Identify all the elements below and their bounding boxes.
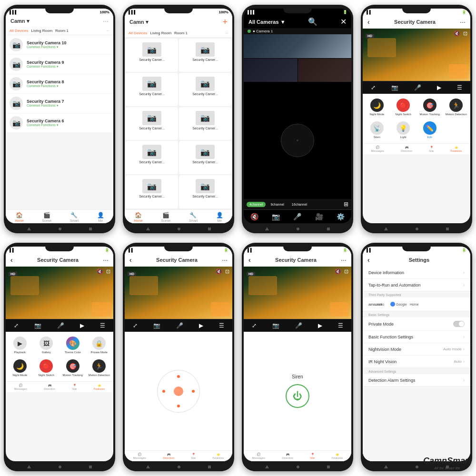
- back-btn-5[interactable]: [27, 465, 31, 468]
- fullscreen-icon-5[interactable]: ⊡: [106, 268, 110, 275]
- filter2-all[interactable]: All Devices: [129, 31, 148, 35]
- video-icon-3[interactable]: 🎥: [315, 213, 323, 220]
- nav-messages-7[interactable]: 💬 Messages: [252, 453, 265, 459]
- tab-scene-1[interactable]: 🎬 Scene: [42, 212, 51, 222]
- cam-cell-2[interactable]: [244, 59, 298, 82]
- expand-icon-4[interactable]: ⤢: [371, 84, 376, 91]
- back-btn-6[interactable]: [146, 465, 150, 468]
- joystick-area[interactable]: [125, 332, 232, 450]
- mute-icon-3[interactable]: 🔇: [250, 213, 258, 220]
- filter2-room[interactable]: Room 1: [174, 31, 188, 35]
- snapshot-icon-5[interactable]: 📷: [34, 322, 41, 329]
- private-mode-toggle[interactable]: [453, 321, 465, 327]
- tab-me-2[interactable]: 👤 Me: [216, 212, 223, 222]
- recents-btn-2[interactable]: [208, 228, 211, 230]
- home-btn-8[interactable]: [416, 466, 418, 468]
- recents-btn-1[interactable]: [89, 228, 92, 230]
- device-sub-10[interactable]: Common Functions ▾: [27, 45, 109, 49]
- camera1-label[interactable]: ● Camera 1: [253, 29, 273, 33]
- nav-messages-6[interactable]: 💬 Messages: [133, 453, 146, 459]
- device-sub-6[interactable]: Common Functions ▾: [27, 123, 109, 127]
- back-btn-2[interactable]: [146, 227, 150, 230]
- device-sub-7[interactable]: Common Functions ▾: [27, 104, 109, 108]
- filter-living-room[interactable]: Living Room: [31, 29, 52, 33]
- record-icon-5[interactable]: ▶: [80, 322, 84, 329]
- menu-icon-4[interactable]: ☰: [457, 84, 462, 91]
- grid-cam-7[interactable]: 📷 Security Camer...: [126, 141, 178, 174]
- back-btn-1[interactable]: [27, 227, 31, 230]
- back-btn-7[interactable]: [265, 465, 269, 468]
- back-icon-4[interactable]: ‹: [367, 18, 370, 26]
- cam-cell-main[interactable]: [244, 34, 351, 58]
- cam4-video[interactable]: HD 🔇 ⊡: [363, 29, 470, 81]
- chan-9[interactable]: 9channel: [268, 202, 287, 207]
- back-btn-4[interactable]: [384, 227, 388, 230]
- device-item-10[interactable]: 📷 Security Camera 10 Common Functions ▾: [6, 35, 113, 54]
- nav-site-6[interactable]: 📍 Site: [191, 453, 196, 459]
- add-btn-2[interactable]: +: [222, 17, 228, 27]
- grid-cam-1[interactable]: 📷 Security Camer...: [126, 39, 178, 72]
- recents-btn-6[interactable]: [208, 466, 211, 468]
- back-icon-8[interactable]: ‹: [367, 256, 370, 264]
- grid-cam-4[interactable]: 📷 Security Camer...: [179, 73, 231, 106]
- cam6-video[interactable]: HD 🔇 ⊡: [125, 267, 232, 319]
- grid-icon-3[interactable]: ⊞: [344, 201, 348, 208]
- mute-icon-6[interactable]: 🔇: [216, 268, 222, 275]
- settings-ir-night[interactable]: IR Night Vision Auto ›: [363, 356, 470, 368]
- talk-icon-7[interactable]: 🎤: [295, 322, 302, 329]
- nav-messages-5[interactable]: 💬 Messages: [14, 384, 27, 390]
- feat-siren[interactable]: 📡 Siren: [365, 119, 389, 140]
- nav-site-4[interactable]: 📍 Site: [429, 146, 434, 152]
- home-btn-3[interactable]: [297, 228, 299, 230]
- nav-features-4[interactable]: ⭐ Features: [451, 146, 462, 152]
- nav-features-6[interactable]: ⭐ Features: [213, 453, 224, 459]
- more-icon-7[interactable]: ···: [341, 256, 347, 264]
- more-icon-6[interactable]: ···: [222, 256, 228, 264]
- snapshot-icon-4[interactable]: 📷: [391, 84, 398, 91]
- filter-more[interactable]: ···: [106, 29, 109, 33]
- photo-icon-3[interactable]: 📷: [272, 213, 280, 220]
- filter-all-devices[interactable]: All Devices: [10, 29, 29, 33]
- settings-tap-run[interactable]: Tap-to-Run and Automation ›: [363, 279, 470, 291]
- device-sub-8[interactable]: Common Functions ▾: [27, 84, 109, 88]
- menu-icon-5[interactable]: ☰: [100, 322, 105, 329]
- talk-icon-4[interactable]: 🎤: [414, 84, 421, 91]
- more-icon-5[interactable]: ···: [103, 256, 109, 264]
- recents-btn-4[interactable]: [446, 228, 449, 230]
- cam5-video[interactable]: HD 🔇 ⊡: [6, 267, 113, 319]
- record-icon-4[interactable]: ▶: [437, 84, 441, 91]
- feat-night-switch-5[interactable]: 🔴 Night Switch: [34, 357, 59, 378]
- chan-4[interactable]: 4channel: [247, 202, 266, 207]
- recents-btn-3[interactable]: [327, 228, 330, 230]
- back-btn-3[interactable]: [265, 227, 269, 230]
- joystick-center[interactable]: [174, 387, 183, 396]
- mute-icon-5[interactable]: 🔇: [97, 268, 103, 275]
- snapshot-icon-7[interactable]: 📷: [272, 322, 279, 329]
- home-btn-7[interactable]: [297, 466, 299, 468]
- record-icon-7[interactable]: ▶: [318, 322, 322, 329]
- siren-power-button[interactable]: ⏻: [286, 384, 309, 408]
- feat-night-switch[interactable]: 🔴 Night Switch: [391, 97, 416, 118]
- grid-cam-5[interactable]: 📷 Security Camer...: [126, 107, 178, 140]
- menu-icon-6[interactable]: ☰: [219, 322, 224, 329]
- mic-icon-3[interactable]: 🎤: [293, 213, 301, 220]
- expand-icon-5[interactable]: ⤢: [14, 322, 19, 329]
- home-btn-1[interactable]: [59, 228, 61, 230]
- feat-edit[interactable]: ✏️ Edit: [417, 119, 442, 140]
- feat-night-mode-5[interactable]: 🌙 Night Mode: [8, 357, 32, 378]
- device-item-7[interactable]: 📷 Security Camera 7 Common Functions ▾: [6, 94, 113, 113]
- filter-room1[interactable]: Room 1: [55, 29, 69, 33]
- chan-16[interactable]: 16channel: [289, 202, 310, 207]
- feat-light[interactable]: 💡 Light: [391, 119, 416, 140]
- talk-icon-5[interactable]: 🎤: [57, 322, 64, 329]
- grid-cam-10[interactable]: 📷 Security Camer...: [179, 175, 231, 208]
- cam7-video[interactable]: HD 🔇 ⊡: [244, 267, 351, 319]
- all-cameras-title[interactable]: All Cameras ▼: [248, 19, 286, 25]
- feat-motion-detect-5[interactable]: 🏃 Motion Detection: [87, 357, 112, 378]
- home-btn-5[interactable]: [59, 466, 61, 468]
- nav-site-7[interactable]: 📍 Site: [310, 453, 315, 459]
- device-item-9[interactable]: 📷 Security Camera 9 Common Functions ▾: [6, 55, 113, 74]
- tab-scene-2[interactable]: 🎬 Scene: [161, 212, 170, 222]
- home-btn-6[interactable]: [178, 466, 180, 468]
- feat-motion-track[interactable]: 🎯 Motion Tracking: [417, 97, 442, 118]
